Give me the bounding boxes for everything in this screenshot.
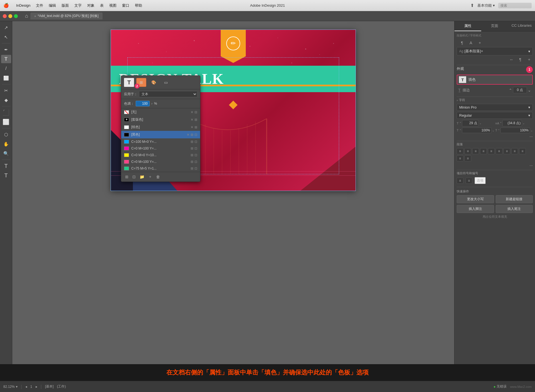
- swatch-item-registration[interactable]: ✚ [套版色] ✕ ⊞: [121, 116, 200, 123]
- list-unordered[interactable]: ≡: [457, 178, 463, 184]
- tool-shape[interactable]: ⬜: [1, 74, 11, 82]
- tool-select-arrow[interactable]: ↗: [1, 23, 11, 32]
- tab-pages[interactable]: 页面: [481, 21, 508, 31]
- workspace-button[interactable]: 基本功能 ▾: [477, 3, 495, 8]
- menu-layout[interactable]: 版面: [62, 3, 69, 8]
- tool-gradient[interactable]: ◆: [1, 96, 11, 104]
- apple-menu[interactable]: 🍎: [3, 3, 9, 8]
- stroke-down-icon[interactable]: ⌄: [528, 88, 531, 92]
- para-more-button[interactable]: ···: [457, 163, 533, 168]
- maximize-button[interactable]: [14, 14, 18, 18]
- tab-close-icon[interactable]: ×: [34, 14, 36, 18]
- font-dropdown[interactable]: Minion Pro ▾: [457, 104, 533, 111]
- tint-input[interactable]: [136, 101, 150, 106]
- new-hyperlink-button[interactable]: 新建超链接: [496, 195, 533, 203]
- color-picker-button[interactable]: 🎨: [149, 78, 159, 87]
- tab-cc-libraries[interactable]: CC Libraries: [508, 21, 535, 31]
- tool-direct-select[interactable]: ↖: [1, 33, 11, 41]
- tool-line[interactable]: /: [1, 64, 11, 73]
- tool-frame[interactable]: ⬡: [1, 130, 11, 139]
- stroke-value[interactable]: 0 点: [513, 87, 527, 93]
- change-case-button[interactable]: 更改大小写: [457, 195, 494, 203]
- insert-endnote-button[interactable]: 插入尾注: [496, 205, 533, 213]
- nav-prev[interactable]: ◂: [25, 385, 27, 389]
- size-up-icon[interactable]: ⌃: [459, 122, 461, 125]
- swatch-item-pink[interactable]: C=0 M=100 Y=... ⊞ ⊡: [121, 158, 200, 165]
- style-dropdown[interactable]: Ag [基本段落]+ ▾: [457, 47, 533, 55]
- document-tab[interactable]: × *Add_text.indd @ 82% [GPU 预览] [转换]: [30, 13, 103, 19]
- leading-input[interactable]: (34.8 点): [502, 120, 522, 126]
- list-options-button[interactable]: 选项: [475, 177, 486, 184]
- insert-footnote-button[interactable]: 插入脚注: [457, 205, 494, 213]
- tracking-up-icon[interactable]: ⌃: [459, 129, 461, 132]
- tracking-input[interactable]: 100%: [462, 128, 492, 133]
- style-para-icon[interactable]: ¶: [517, 57, 524, 63]
- scaling-down-icon[interactable]: ⌄: [531, 129, 533, 132]
- scaling-input[interactable]: 100%: [500, 128, 530, 133]
- align-justify-all[interactable]: ≡: [511, 148, 518, 154]
- style-sync-icon[interactable]: ↔: [508, 57, 515, 63]
- nav-next[interactable]: ▸: [36, 385, 37, 389]
- swatch-item-none[interactable]: [无] ✕ ⊟: [121, 108, 200, 116]
- menu-file[interactable]: 文件: [36, 3, 43, 8]
- align-right-2[interactable]: ≡: [465, 155, 471, 161]
- align-center[interactable]: ≡: [465, 148, 471, 154]
- size-down-icon[interactable]: ⌄: [479, 122, 481, 125]
- swatch-item-yellow[interactable]: C=0 M=0 Y=10... ⊞ ⊡: [121, 152, 200, 158]
- leading-down-icon[interactable]: ⌄: [522, 122, 525, 125]
- list-ordered[interactable]: ≡: [466, 178, 472, 184]
- style-add-btn[interactable]: ＋: [526, 57, 533, 63]
- search-input[interactable]: [498, 3, 532, 8]
- swatch-footer-delete[interactable]: 🗑: [155, 174, 161, 180]
- tool-pen[interactable]: ✒: [1, 45, 11, 54]
- align-left-2[interactable]: ≡: [519, 148, 526, 154]
- tool-extra[interactable]: T: [1, 171, 11, 180]
- align-justify[interactable]: ≡: [480, 148, 487, 154]
- scaling-up-icon[interactable]: ⌃: [498, 129, 500, 132]
- swatch-footer-folder[interactable]: 📁: [138, 174, 145, 180]
- tool-note[interactable]: T: [1, 162, 11, 170]
- tool-type[interactable]: T: [1, 55, 11, 63]
- close-button[interactable]: [3, 14, 7, 18]
- tool-scissors[interactable]: ✂: [1, 86, 11, 95]
- swatch-item-paper[interactable]: [纸色] ✕ ⊞: [121, 123, 200, 131]
- char-more-button[interactable]: ···: [457, 134, 533, 139]
- tool-hand[interactable]: ✋: [1, 140, 11, 148]
- tool-zoom[interactable]: 🔍: [1, 149, 11, 158]
- swatch-item-magenta[interactable]: C=0 M=100 Y=... ⊞ ⊡: [121, 145, 200, 152]
- font-style-dropdown[interactable]: Regular ▾: [457, 112, 533, 119]
- swatch-footer-move[interactable]: ⊞: [124, 174, 130, 180]
- font-size-input[interactable]: 29 点: [462, 120, 479, 126]
- align-right[interactable]: ≡: [472, 148, 479, 154]
- para-style-icon[interactable]: ¶: [458, 40, 466, 46]
- home-icon[interactable]: ⌂: [25, 13, 28, 19]
- menu-table[interactable]: 表: [100, 3, 104, 8]
- leading-up-icon[interactable]: ⌃: [500, 122, 502, 125]
- tint-arrow-icon[interactable]: ›: [151, 102, 152, 106]
- align-justify-center[interactable]: ≡: [496, 148, 502, 154]
- minimize-button[interactable]: [8, 14, 12, 18]
- menu-view[interactable]: 视图: [109, 3, 116, 8]
- gradient-button[interactable]: ▭: [161, 78, 171, 87]
- align-center-2[interactable]: ≡: [457, 155, 463, 161]
- menu-help[interactable]: 帮助: [135, 3, 142, 8]
- tab-properties[interactable]: 属性: [454, 21, 481, 31]
- tool-color-fill[interactable]: ⬛: [1, 108, 11, 117]
- align-justify-right[interactable]: ≡: [504, 148, 510, 154]
- swatch-item-black[interactable]: [黑色] ✕ ⊞ ⊡: [121, 131, 200, 138]
- align-justify-left[interactable]: ≡: [488, 148, 495, 154]
- swatch-footer-add[interactable]: ＋: [147, 174, 153, 180]
- swatch-footer-new[interactable]: ⊡: [131, 174, 137, 180]
- char-style-icon[interactable]: A: [467, 40, 475, 46]
- menu-window[interactable]: 窗口: [122, 3, 129, 8]
- menu-edit[interactable]: 编辑: [49, 3, 56, 8]
- stroke-up-icon[interactable]: ⌃: [509, 88, 512, 92]
- swatch-item-green[interactable]: C=75 M=5 Y=1... ⊞ ⊡: [121, 165, 200, 172]
- upload-icon[interactable]: ⬆: [470, 3, 474, 8]
- style-add-icon[interactable]: ＋: [476, 40, 483, 46]
- fill-row[interactable]: T 填色: [457, 75, 533, 85]
- menu-text[interactable]: 文字: [74, 3, 82, 8]
- swatch-item-cyan[interactable]: C=100 M=0 Y=... ⊞ ⊡: [121, 138, 200, 145]
- char-expand-icon[interactable]: ›: [457, 99, 458, 102]
- apply-to-select[interactable]: 文本: [139, 91, 197, 97]
